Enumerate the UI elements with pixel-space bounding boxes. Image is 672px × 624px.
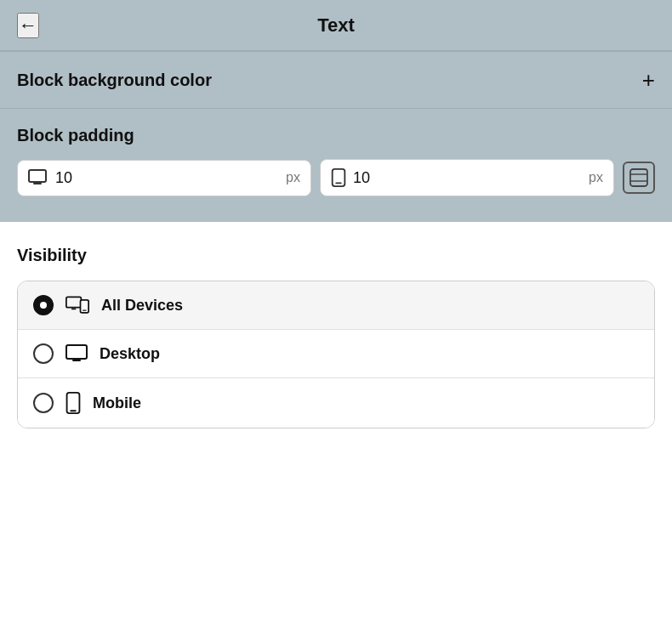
radio-desktop-circle (33, 343, 54, 364)
visibility-option-all[interactable]: All Devices (18, 281, 654, 330)
padding-input-2[interactable] (353, 169, 396, 187)
back-button[interactable]: ← (17, 13, 39, 38)
svg-rect-0 (29, 170, 46, 182)
link-padding-button[interactable] (623, 162, 655, 194)
svg-rect-11 (66, 345, 87, 359)
block-background-color-section: Block background color + (0, 52, 672, 109)
visibility-radio-group: All Devices Desktop Mob (17, 281, 655, 428)
padding-input-1-box: px (17, 160, 311, 196)
padding-inputs-row: px px (17, 159, 655, 196)
mobile-icon (65, 392, 81, 414)
padding-input-2-box: px (320, 159, 614, 196)
svg-rect-4 (630, 169, 647, 186)
block-padding-section: Block padding px px (0, 109, 672, 222)
all-devices-icon (65, 296, 89, 315)
link-icon (629, 168, 648, 187)
padding-unit-2: px (589, 170, 603, 185)
radio-all-circle (33, 295, 54, 315)
all-devices-label: All Devices (101, 297, 183, 315)
radio-mobile-circle (33, 393, 54, 413)
page-header: ← Text (0, 0, 672, 51)
page-title: Text (317, 14, 355, 37)
block-background-color-label: Block background color (17, 71, 212, 90)
padding-input-2-icon (331, 168, 346, 187)
svg-rect-1 (33, 183, 42, 184)
visibility-label: Visibility (17, 246, 655, 265)
padding-input-1-icon (28, 169, 48, 186)
padding-unit-1: px (286, 170, 300, 185)
desktop-icon (65, 344, 88, 363)
bottom-section: Visibility All Devices (0, 222, 672, 445)
add-background-color-button[interactable]: + (642, 69, 655, 91)
padding-input-1[interactable] (55, 169, 98, 187)
visibility-option-desktop[interactable]: Desktop (18, 330, 654, 378)
visibility-option-mobile[interactable]: Mobile (18, 378, 654, 428)
desktop-label: Desktop (100, 345, 160, 363)
svg-rect-7 (66, 297, 82, 307)
mobile-label: Mobile (93, 394, 141, 412)
block-padding-label: Block padding (17, 126, 655, 145)
